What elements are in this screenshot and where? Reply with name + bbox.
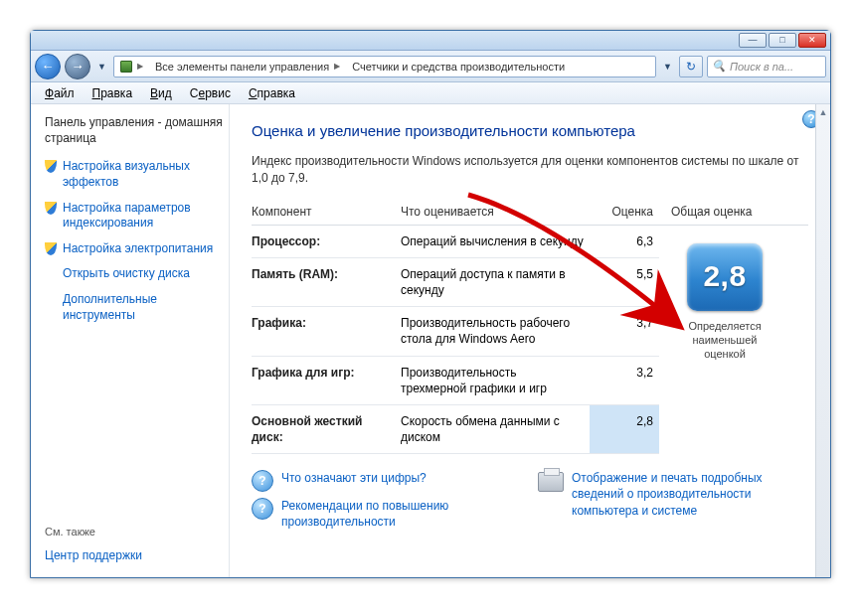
page-title: Оценка и увеличение производительности к… [252, 122, 808, 139]
link-performance-tips[interactable]: Рекомендации по повышению производительн… [281, 498, 510, 530]
column-base: Общая оценка [659, 205, 778, 219]
menu-view[interactable]: Вид [142, 84, 180, 102]
maximize-button[interactable]: □ [769, 33, 796, 48]
row-ram-label: Память (RAM): [252, 258, 401, 307]
address-bar: ← → ▼ ▶ Все элементы панели управления▶ … [31, 51, 830, 82]
search-placeholder: Поиск в па... [730, 61, 793, 73]
row-disk-what: Скорость обмена данными с диском [401, 405, 590, 454]
search-input[interactable]: 🔍 Поиск в па... [707, 56, 826, 77]
vertical-scrollbar[interactable]: ▲ [815, 104, 830, 577]
back-arrow-icon: ← [42, 59, 55, 74]
sidebar-item-power[interactable]: Настройка электропитания [45, 238, 223, 260]
titlebar[interactable]: — □ ✕ [31, 31, 830, 51]
row-game-what: Производительность трехмерной графики и … [401, 357, 590, 405]
breadcrumb-1[interactable]: Все элементы панели управления [155, 61, 329, 73]
search-icon: 🔍 [712, 60, 726, 73]
menu-help[interactable]: Справка [241, 84, 303, 102]
base-score-caption: Определяется наименьшей оценкой [677, 319, 772, 362]
printer-icon [538, 472, 564, 492]
forward-button[interactable]: → [65, 54, 90, 79]
performance-table: Компонент Что оценивается Оценка Общая о… [252, 205, 808, 455]
page-description: Индекс производительности Windows исполь… [252, 153, 808, 187]
menu-edit[interactable]: Правка [85, 84, 141, 102]
sidebar: Панель управления - домашняя страница На… [31, 104, 230, 577]
row-cpu-label: Процессор: [252, 226, 401, 258]
control-panel-home-link[interactable]: Панель управления - домашняя страница [45, 114, 223, 146]
sidebar-item-disk-cleanup[interactable]: Открыть очистку диска [45, 263, 223, 285]
control-panel-window: — □ ✕ ← → ▼ ▶ Все элементы панели управл… [30, 30, 831, 578]
history-dropdown[interactable]: ▼ [94, 62, 109, 72]
row-gfx-what: Производительность рабочего стола для Wi… [401, 307, 590, 356]
row-gfx-score: 3,7 [590, 307, 659, 356]
control-panel-icon [120, 61, 132, 73]
back-button[interactable]: ← [35, 54, 61, 79]
base-score-badge: 2,8 [687, 243, 763, 311]
content-pane: ? Оценка и увеличение производительности… [230, 104, 830, 577]
link-what-numbers-mean[interactable]: Что означают эти цифры? [281, 470, 427, 486]
column-what: Что оценивается [401, 205, 590, 219]
refresh-button[interactable]: ↻ [679, 56, 703, 77]
row-cpu-what: Операций вычисления в секунду [401, 226, 590, 258]
breadcrumb-bar[interactable]: ▶ Все элементы панели управления▶ Счетчи… [113, 56, 656, 77]
sidebar-item-advanced-tools[interactable]: Дополнительные инструменты [45, 289, 223, 326]
row-ram-score: 5,5 [590, 258, 659, 307]
see-also-heading: См. также [45, 526, 223, 538]
breadcrumb-2[interactable]: Счетчики и средства производительности [352, 61, 565, 73]
sidebar-item-visual-effects[interactable]: Настройка визуальных эффектов [45, 156, 223, 193]
forward-arrow-icon: → [72, 59, 85, 74]
row-gfx-label: Графика: [252, 307, 401, 356]
refresh-icon: ↻ [686, 60, 696, 74]
link-print-details[interactable]: Отображение и печать подробных сведений … [572, 470, 776, 519]
question-icon: ? [252, 470, 273, 492]
menu-bar: Файл Правка Вид Сервис Справка [31, 82, 830, 104]
minimize-button[interactable]: — [739, 33, 767, 48]
row-ram-what: Операций доступа к памяти в секунду [401, 258, 590, 307]
sidebar-item-indexing[interactable]: Настройка параметров индексирования [45, 198, 223, 234]
column-component: Компонент [252, 205, 401, 219]
row-game-label: Графика для игр: [252, 357, 401, 405]
row-disk-score: 2,8 [590, 405, 659, 454]
column-score: Оценка [590, 205, 659, 219]
row-game-score: 3,2 [590, 357, 659, 405]
row-cpu-score: 6,3 [590, 226, 659, 258]
menu-tools[interactable]: Сервис [182, 84, 239, 102]
sidebar-link-support-center[interactable]: Центр поддержки [45, 545, 223, 567]
menu-file[interactable]: Файл [37, 84, 83, 102]
question-icon: ? [252, 498, 273, 520]
close-button[interactable]: ✕ [798, 33, 826, 48]
scroll-up-icon[interactable]: ▲ [816, 104, 830, 119]
help-links: ? Что означают эти цифры? ? Рекомендации… [252, 470, 808, 530]
row-disk-label: Основной жесткий диск: [252, 405, 401, 454]
address-dropdown[interactable]: ▼ [660, 62, 675, 72]
base-score-cell: 2,8 Определяется наименьшей оценкой [659, 226, 778, 455]
